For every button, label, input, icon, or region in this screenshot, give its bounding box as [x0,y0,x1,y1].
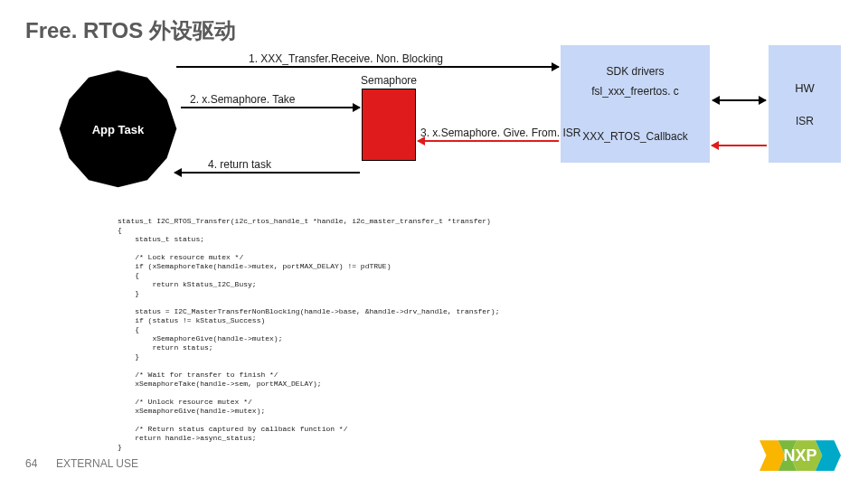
footer-text: EXTERNAL USE [56,457,138,470]
code-block: status_t I2C_RTOS_Transfer(i2c_rtos_hand… [118,217,660,452]
sdk-callback: XXX_RTOS_Callback [582,130,687,143]
app-task-node: App Task [57,68,179,190]
step1-label: 1. XXX_Transfer.Receive. Non. Blocking [249,52,443,65]
semaphore-label: Semaphore [316,74,461,87]
arrow-step2 [181,107,360,108]
semaphore-box [362,89,416,161]
isr-label: ISR [796,115,814,127]
sdk-drivers-box: SDK drivers fsl_xxx_freertos. c XXX_RTOS… [561,45,710,163]
arrow-isr-callback [712,145,767,146]
arrow-step4 [175,172,360,174]
nxp-logo-icon: NXP [760,439,841,472]
step4-label: 4. return task [208,158,271,171]
arrow-step3 [418,140,559,142]
step3-label: 3. x.Semaphore. Give. From. ISR [420,127,580,139]
arrow-sdk-hw [712,99,766,101]
hw-box: HW ISR [769,45,841,163]
sdk-file: fsl_xxx_freertos. c [591,85,679,98]
svg-text:NXP: NXP [783,446,816,465]
hw-label: HW [795,81,815,95]
page-title: Free. RTOS 外设驱动 [25,16,236,45]
sdk-title: SDK drivers [606,65,664,78]
arrow-step1 [176,66,559,68]
slide-number: 64 [25,457,37,470]
app-task-label: App Task [92,122,145,136]
step2-label: 2. x.Semaphore. Take [190,93,296,106]
